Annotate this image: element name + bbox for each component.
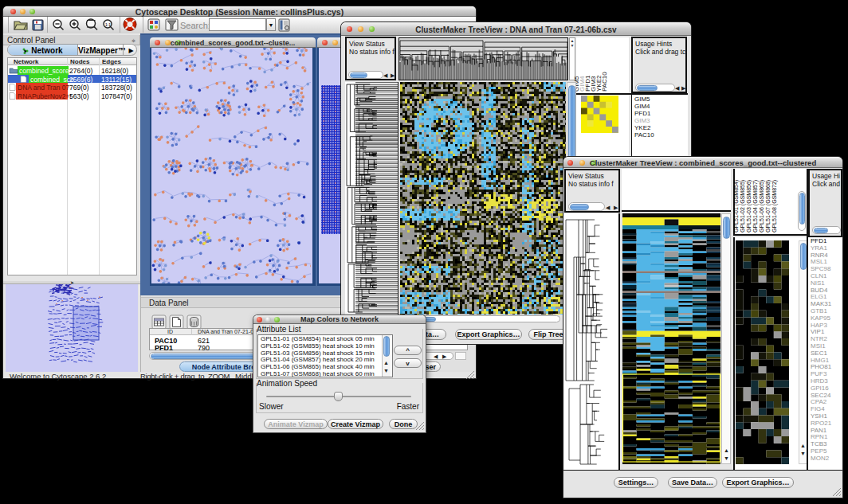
svg-text:1:1: 1:1 [105,22,111,27]
